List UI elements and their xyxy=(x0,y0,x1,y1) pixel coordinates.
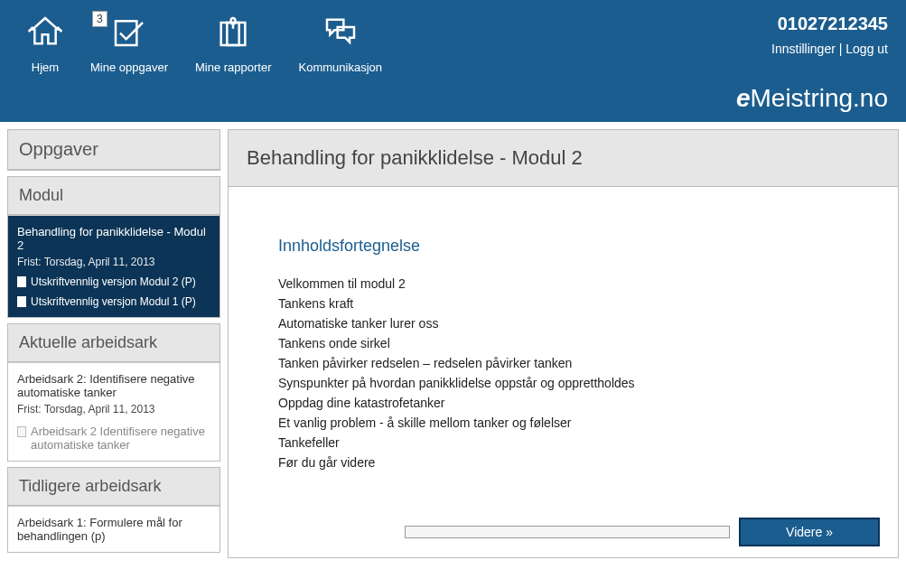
worksheet-item[interactable]: Arbeidsark 2: Identifisere negative auto… xyxy=(8,362,219,461)
settings-link[interactable]: Innstillinger xyxy=(771,42,836,56)
item-deadline: Frist: Torsdag, April 11, 2013 xyxy=(17,403,210,415)
nav-label: Mine oppgaver xyxy=(90,61,168,74)
worksheet-item[interactable]: Arbeidsark 1: Formulere mål for behandli… xyxy=(8,506,219,552)
page-body: Oppgaver Modul Behandling for panikklide… xyxy=(0,122,906,565)
main-title-bar: Behandling for panikklidelse - Modul 2 xyxy=(229,130,898,187)
current-worksheets-box: Aktuelle arbeidsark Arbeidsark 2: Identi… xyxy=(7,323,220,462)
toc-list: Velkommen til modul 2 Tankens kraft Auto… xyxy=(278,274,848,472)
toc-item[interactable]: Et vanlig problem - å skille mellom tank… xyxy=(278,413,848,433)
current-worksheets-title: Aktuelle arbeidsark xyxy=(8,324,219,362)
toc-item[interactable]: Før du går videre xyxy=(278,453,848,472)
nav-communication[interactable]: Kommunikasjon xyxy=(290,14,392,113)
header-right: 01027212345 Innstillinger | Logg ut eMei… xyxy=(736,14,888,113)
chat-icon xyxy=(322,14,359,50)
main-content: Innholdsfortegnelse Velkommen til modul … xyxy=(229,187,898,507)
header-links: Innstillinger | Logg ut xyxy=(736,42,888,56)
toc-item[interactable]: Tankens kraft xyxy=(278,294,848,313)
main-footer: Videre » xyxy=(229,507,898,557)
header: Hjem 3 Mine oppgaver Mine rapporter Komm… xyxy=(0,0,906,122)
sidebar: Oppgaver Modul Behandling for panikklide… xyxy=(7,129,220,558)
svg-rect-1 xyxy=(221,23,239,45)
brand: eMeistring.no xyxy=(736,84,888,113)
module-box: Modul Behandling for panikklidelse - Mod… xyxy=(7,176,220,318)
document-icon xyxy=(17,296,26,307)
nav-reports[interactable]: Mine rapporter xyxy=(186,14,281,113)
tasks-badge: 3 xyxy=(92,11,107,27)
print-link-1[interactable]: Utskriftvennlig versjon Modul 2 (P) xyxy=(17,275,210,288)
previous-worksheets-title: Tidligere arbeidsark xyxy=(8,468,219,506)
svg-rect-2 xyxy=(228,23,246,45)
toc-item[interactable]: Velkommen til modul 2 xyxy=(278,274,848,294)
toc-item[interactable]: Tankens onde sirkel xyxy=(278,333,848,353)
item-title: Arbeidsark 1: Formulere mål for behandli… xyxy=(17,516,210,543)
logout-link[interactable]: Logg ut xyxy=(845,42,888,56)
nav-icons: Hjem 3 Mine oppgaver Mine rapporter Komm… xyxy=(18,14,391,113)
toc-item[interactable]: Oppdag dine katastrofetanker xyxy=(278,393,848,413)
progress-bar xyxy=(405,526,730,538)
worksheet-doc-link[interactable]: Arbeidsark 2 Identifisere negative autom… xyxy=(17,425,210,452)
reports-icon xyxy=(215,14,251,50)
toc-item[interactable]: Tanken påvirker redselen – redselen påvi… xyxy=(278,353,848,373)
toc-item[interactable]: Tankefeller xyxy=(278,433,848,453)
item-title: Behandling for panikklidelse - Modul 2 xyxy=(17,225,210,252)
user-id: 01027212345 xyxy=(736,14,888,34)
tasks-title: Oppgaver xyxy=(8,130,219,170)
next-button[interactable]: Videre » xyxy=(739,518,880,546)
toc-item[interactable]: Synspunkter på hvordan panikklidelse opp… xyxy=(278,373,848,393)
home-icon xyxy=(27,14,63,50)
page-title: Behandling for panikklidelse - Modul 2 xyxy=(247,146,880,170)
nav-home[interactable]: Hjem xyxy=(18,14,72,113)
nav-label: Hjem xyxy=(27,61,63,74)
module-item-active[interactable]: Behandling for panikklidelse - Modul 2 F… xyxy=(8,215,219,317)
module-title: Modul xyxy=(8,177,219,215)
checklist-icon xyxy=(111,14,147,50)
main-panel: Behandling for panikklidelse - Modul 2 I… xyxy=(228,129,899,558)
print-link-2[interactable]: Utskriftvennlig versjon Modul 1 (P) xyxy=(17,295,210,308)
document-icon xyxy=(17,276,26,287)
toc-heading: Innholdsfortegnelse xyxy=(278,237,848,256)
previous-worksheets-box: Tidligere arbeidsark Arbeidsark 1: Formu… xyxy=(7,467,220,553)
nav-label: Mine rapporter xyxy=(195,61,272,74)
document-icon xyxy=(17,426,26,437)
tasks-box: Oppgaver xyxy=(7,129,220,171)
item-title: Arbeidsark 2: Identifisere negative auto… xyxy=(17,372,210,399)
item-deadline: Frist: Torsdag, April 11, 2013 xyxy=(17,256,210,268)
nav-label: Kommunikasjon xyxy=(299,61,383,74)
nav-tasks[interactable]: 3 Mine oppgaver xyxy=(81,14,177,113)
toc-item[interactable]: Automatiske tanker lurer oss xyxy=(278,313,848,333)
